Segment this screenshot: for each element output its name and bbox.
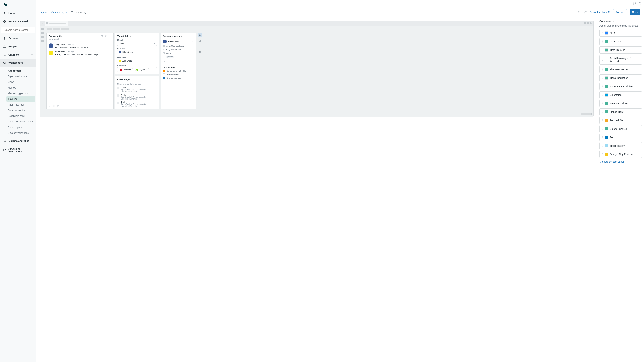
- reply-type-icon[interactable]: [49, 96, 51, 98]
- component-item[interactable]: Five Most Recent: [600, 66, 642, 73]
- brand-select[interactable]: Acme: [117, 41, 157, 46]
- component-item[interactable]: Ticket History: [600, 142, 642, 149]
- interaction-row[interactable]: Article viewed: [163, 73, 194, 75]
- component-item[interactable]: Zendesk Sell: [600, 117, 642, 124]
- knowledge-subtitle: Some articles that may help: [117, 83, 157, 85]
- svg-point-122: [602, 145, 602, 145]
- search-input-wrap[interactable]: [1, 27, 35, 33]
- chevron-up-icon[interactable]: [192, 66, 194, 68]
- assignee-select[interactable]: Alex Smith: [117, 58, 157, 63]
- help-icon[interactable]: [638, 2, 642, 5]
- nav-recently-viewed[interactable]: Recently viewed: [0, 17, 36, 25]
- follower-chip[interactable]: Jayne Cole: [135, 68, 149, 71]
- component-item[interactable]: Show Related Tickets: [600, 83, 642, 90]
- breadcrumb-mid[interactable]: Custom Layout: [52, 11, 68, 13]
- ticket-fields-panel[interactable]: Ticket fields Brand Acme Requester: [115, 32, 159, 74]
- svg-point-108: [602, 121, 602, 121]
- component-item[interactable]: Trello: [600, 134, 642, 141]
- knowledge-item[interactable]: ArticleTips & Tricks > AnnouncementsLast…: [117, 87, 157, 93]
- subnav-agent-interface[interactable]: Agent interface: [0, 102, 36, 107]
- note-input[interactable]: [167, 59, 194, 63]
- undo-icon[interactable]: [577, 10, 581, 14]
- customer-context-panel[interactable]: Customer context Riley Green email@zende…: [161, 32, 196, 109]
- svg-point-109: [602, 121, 603, 121]
- svg-rect-16: [3, 150, 4, 151]
- building-icon: [3, 36, 6, 40]
- component-item[interactable]: Salesforce: [600, 91, 642, 98]
- canvas-tab[interactable]: [45, 21, 68, 26]
- nav-channels[interactable]: Channels: [0, 50, 36, 59]
- chevron-down-icon[interactable]: [52, 96, 54, 98]
- subnav-essentials-card[interactable]: Essentials card: [0, 113, 36, 119]
- svg-point-110: [602, 128, 602, 128]
- attachment-icon[interactable]: [57, 105, 59, 107]
- component-item[interactable]: Ticket Redaction: [600, 74, 642, 81]
- subnav-agent-workspace[interactable]: Agent Workspace: [0, 73, 36, 79]
- nav-apps[interactable]: Apps and integrations: [0, 145, 36, 155]
- conversation-panel[interactable]: Conversation Via channel: [46, 32, 114, 109]
- knowledge-item[interactable]: ArticleTips & Tricks > AnnouncementsLast…: [117, 94, 157, 100]
- brand-label: Brand: [117, 39, 157, 41]
- knowledge-item[interactable]: ArticleTips & Tricks > AnnouncementsLast…: [117, 101, 157, 107]
- history-icon[interactable]: [105, 35, 108, 37]
- breadcrumb-current: Customize layout: [71, 11, 90, 13]
- more-icon[interactable]: [109, 35, 111, 37]
- interaction-row[interactable]: Change address: [163, 77, 194, 79]
- component-item[interactable]: Google Play Reviews: [600, 151, 642, 158]
- subnav-dynamic-content[interactable]: Dynamic content: [0, 107, 36, 113]
- follower-chip[interactable]: Kim Schmitt: [118, 68, 133, 71]
- subnav-views[interactable]: Views: [0, 79, 36, 85]
- share-feedback-link[interactable]: Share feedback: [590, 11, 610, 13]
- nav-account[interactable]: Account: [0, 34, 36, 42]
- search-input[interactable]: [4, 28, 36, 31]
- component-item[interactable]: Social Messaging for Zendesk: [600, 55, 642, 64]
- component-item[interactable]: User Data: [600, 38, 642, 45]
- followers-field[interactable]: Kim Schmitt Jayne Cole: [117, 67, 157, 72]
- nav-workspaces[interactable]: Workspaces: [0, 59, 36, 67]
- rail-knowledge-icon[interactable]: [198, 38, 202, 43]
- link-icon[interactable]: [61, 105, 63, 107]
- objects-icon: [3, 139, 6, 143]
- subnav-macros[interactable]: Macros: [0, 85, 36, 90]
- svg-point-113: [602, 129, 603, 129]
- component-item[interactable]: Select an Address: [600, 100, 642, 107]
- subnav-agent-tools[interactable]: Agent tools: [0, 68, 36, 73]
- nav-objects[interactable]: Objects and rules: [0, 137, 36, 145]
- text-format-icon[interactable]: [49, 105, 51, 107]
- subnav-macro-suggestions[interactable]: Macro suggestions: [0, 90, 36, 96]
- interaction-row[interactable]: Conversation with Riley: [163, 70, 194, 72]
- save-button[interactable]: Save: [630, 9, 640, 15]
- svg-point-77: [602, 78, 603, 78]
- drag-handle-icon: [601, 136, 603, 139]
- preview-button[interactable]: Preview: [613, 9, 627, 15]
- rail-grid-icon[interactable]: [198, 50, 202, 54]
- subnav-side-conversations[interactable]: Side conversations: [0, 130, 36, 136]
- avatar: [49, 50, 53, 55]
- svg-point-93: [602, 102, 603, 103]
- subnav-context-panel[interactable]: Context panel: [0, 124, 36, 130]
- component-label: User Data: [610, 40, 621, 43]
- requester-select[interactable]: Riley Green: [117, 50, 157, 54]
- grid-icon[interactable]: [633, 2, 636, 5]
- component-item[interactable]: Sidebar Search: [600, 125, 642, 132]
- subnav-layouts[interactable]: Layouts: [6, 96, 35, 102]
- chevron-up-icon[interactable]: [192, 41, 194, 42]
- component-item[interactable]: Time Tracking: [600, 46, 642, 53]
- nav-home[interactable]: Home: [0, 9, 36, 17]
- redo-icon[interactable]: [584, 10, 588, 14]
- component-item[interactable]: Linked Ticket: [600, 108, 642, 115]
- search-icon[interactable]: [155, 78, 157, 81]
- knowledge-panel[interactable]: Knowledge Some articles that may help Ar…: [115, 76, 159, 109]
- breadcrumb-root[interactable]: Layouts: [40, 11, 48, 13]
- svg-rect-15: [5, 149, 6, 150]
- emoji-icon[interactable]: [53, 105, 55, 107]
- nav-people[interactable]: People: [0, 42, 36, 50]
- filter-icon[interactable]: [101, 35, 104, 37]
- rail-user-icon[interactable]: [198, 33, 202, 37]
- svg-point-67: [602, 60, 603, 61]
- manage-context-panel-link[interactable]: Manage context panel: [600, 160, 624, 163]
- phone-icon: [163, 49, 165, 50]
- rail-apps-icon[interactable]: [198, 44, 202, 48]
- subnav-contextual-workspaces[interactable]: Contextual workspaces: [0, 119, 36, 124]
- component-item[interactable]: JIRA: [600, 29, 642, 36]
